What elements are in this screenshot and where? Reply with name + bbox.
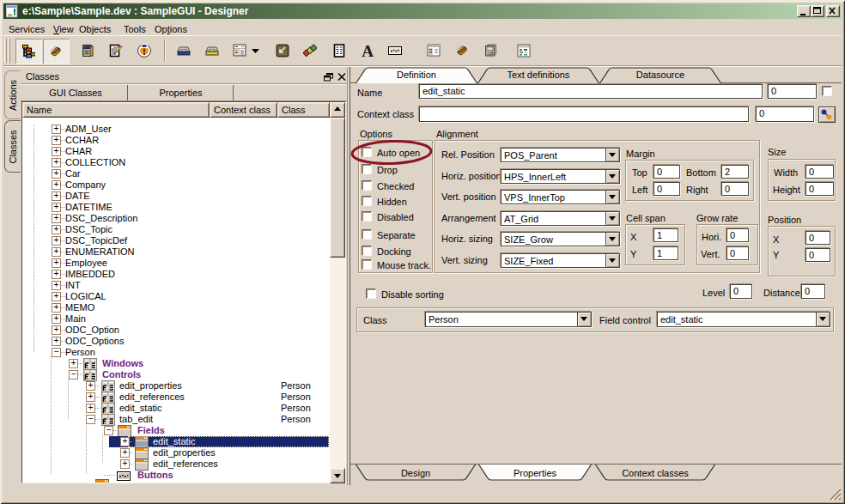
svg-text:A: A	[362, 44, 374, 58]
